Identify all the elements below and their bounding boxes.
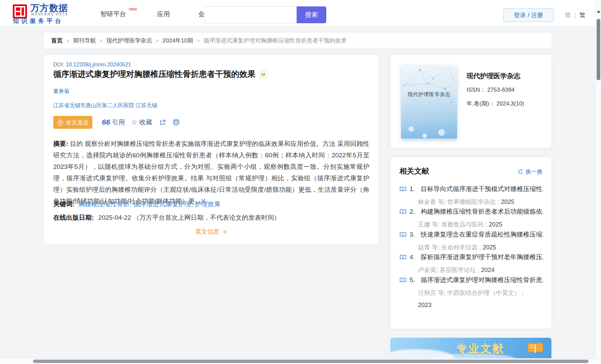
new-badge: new <box>129 6 137 11</box>
doi-row: DOI: 10.12208/j.jmnm.20240521 <box>53 62 131 68</box>
vertical-scrollbar <box>595 0 601 358</box>
related-item-title[interactable]: 循序渐进式康复护理对胸腰椎压缩性骨折患... <box>421 276 543 284</box>
abstract: 摘要: 目的 观察分析对胸腰椎压缩性骨折患者实施循序渐进式康复护理的临床效果和应… <box>53 138 369 207</box>
related-item-meta: 卢金英; 基层医学论坛 ; 2024 <box>399 266 543 274</box>
article-detail-card: DOI: 10.12208/j.jmnm.20240521 循序渐进式康复护理对… <box>44 55 379 244</box>
related-item: 2. 构建胸腰椎压缩性骨折患者术后功能锻炼依... 王娜 等; 首都食品与医药 … <box>399 207 543 229</box>
share-button[interactable] <box>159 119 166 126</box>
abstract-text: 目的 观察分析对胸腰椎压缩性骨折患者实施循序渐进式康复护理的临床效果和应用价值。… <box>53 140 369 205</box>
breadcrumb-journal[interactable]: 现代护理医学杂志 <box>107 37 152 44</box>
related-item-year: 2025 <box>483 244 496 251</box>
related-item-title[interactable]: 目标导向式循序渐进干预模式对腰椎压缩性... <box>421 185 543 193</box>
breadcrumb-separator: > <box>197 38 200 43</box>
journal-info-card: 现代护理医学杂志 现代护理医学杂志 ISSN： 2753-6394 年,卷(期)… <box>390 55 551 148</box>
keyword-link[interactable]: 循序渐进式康复护理 <box>133 201 191 208</box>
fulltext-button[interactable]: free 全文直达 <box>53 116 92 129</box>
breadcrumb-home[interactable]: 首页 <box>51 37 63 44</box>
related-item: 1. 目标导向式循序渐进干预模式对腰椎压缩性... 林金香 等; 世界睡眠医学杂… <box>399 185 543 206</box>
doi-label: DOI: <box>53 62 66 67</box>
journal-name[interactable]: 现代护理医学杂志 <box>467 71 520 81</box>
journal-issn: ISSN： 2753-6394 <box>467 86 515 94</box>
breadcrumb-separator: > <box>100 38 103 43</box>
cover-network-pattern <box>401 65 457 139</box>
top-header: 万方数据 WANFANG DATA 知识服务平台 智研平台 new 应用 会员 … <box>0 0 601 26</box>
cite-button[interactable]: 66 引用 <box>102 118 125 127</box>
related-item-title[interactable]: 构建胸腰椎压缩性骨折患者术后功能锻炼依... <box>421 207 543 216</box>
search-input[interactable] <box>205 6 297 23</box>
nav-item-apps[interactable]: 应用 <box>157 10 170 19</box>
breadcrumb-separator: > <box>66 38 69 43</box>
refresh-icon <box>518 169 523 175</box>
keywords-row: 关键词: 胸腰椎压缩性骨折;循序渐进式康复护理;护理效果 <box>53 200 220 209</box>
lang-traditional[interactable]: 繁 <box>579 12 585 19</box>
abstract-label: 摘要: <box>53 140 70 147</box>
book-icon <box>399 277 407 283</box>
nav-item-zhiyan[interactable]: 智研平台 new <box>100 10 126 19</box>
login-register-button[interactable]: 登录 / 注册 <box>503 8 554 22</box>
banner-title: 专业文献 <box>456 341 505 356</box>
share-icon <box>159 119 166 126</box>
english-info-toggle[interactable]: 英文信息 <box>44 228 379 236</box>
book-icon <box>399 186 407 192</box>
related-item-number: 1. <box>410 185 418 193</box>
related-item-meta: 王娜 等; 首都食品与医药 ; 2025 <box>399 220 543 229</box>
author-link[interactable]: 董善菊 <box>53 88 69 94</box>
keywords-label: 关键词: <box>53 201 77 208</box>
pubdate-row: 在线出版日期: 2025-04-22（万方平台首次上网日期，不代表论文的发表时间… <box>53 213 280 222</box>
lang-simplified[interactable]: 简 <box>565 12 571 19</box>
language-switch: 简|繁 <box>565 11 585 19</box>
scroll-up-arrow[interactable] <box>597 10 600 13</box>
article-actions: free 全文直达 66 引用 ☆ 收藏 <box>53 116 180 129</box>
wanfang-logo-icon[interactable] <box>13 4 27 19</box>
chevron-double-down-icon <box>222 230 227 234</box>
pubdate-value: 2025-04-22 <box>98 214 131 221</box>
article-title: 循序渐进式康复护理对胸腰椎压缩性骨折患者干预的效果M <box>53 69 267 80</box>
related-literature-card: 相关文献 换一换 1. 目标导向式循序渐进干预模式对腰椎压缩性... 林金香 等… <box>390 157 551 329</box>
keyword-link[interactable]: 护理效果 <box>195 201 220 208</box>
quote-icon: 66 <box>102 118 110 127</box>
book-icon <box>399 254 407 260</box>
book-icon <box>399 209 407 214</box>
related-item-meta: 汪秋芬 等; 中西医结合护理（中英文） ; 2023 <box>399 289 543 309</box>
medline-badge: M <box>260 71 267 78</box>
related-item-title[interactable]: 探析循序渐进康复护理干预对老年胸腰椎压... <box>421 253 543 262</box>
pubdate-note: （万方平台首次上网日期，不代表论文的发表时间） <box>133 214 280 221</box>
affiliation-row: 江苏省无锡市惠山区第二人民医院 江苏无锡 <box>53 102 157 109</box>
pubdate-label: 在线出版日期: <box>53 214 96 221</box>
star-icon: ☆ <box>131 118 137 126</box>
related-item: 5. 循序渐进式康复护理对胸腰椎压缩性骨折患... 汪秋芬 等; 中西医结合护理… <box>399 276 543 309</box>
related-title: 相关文献 <box>399 166 429 176</box>
vertical-scrollbar-thumb[interactable] <box>597 19 600 80</box>
horizontal-scrollbar <box>0 358 601 364</box>
breadcrumb-journal-nav[interactable]: 期刊导航 <box>73 37 96 44</box>
affiliation-link[interactable]: 江苏省无锡市惠山区第二人民医院 江苏无锡 <box>53 102 157 108</box>
open-book-icon <box>527 341 544 355</box>
lang-divider: | <box>574 12 576 19</box>
svg-text:free: free <box>58 124 62 126</box>
book-icon <box>399 232 407 237</box>
related-item-title[interactable]: 快速康复理念在重症骨质疏松性胸腰椎压缩... <box>421 230 543 239</box>
related-item: 4. 探析循序渐进康复护理干预对老年胸腰椎压... 卢金英; 基层医学论坛 ; … <box>399 253 543 274</box>
related-item-year: 2023 <box>418 301 543 309</box>
breadcrumb-separator: > <box>156 38 159 43</box>
journal-cover[interactable]: 现代护理医学杂志 <box>401 65 457 139</box>
related-item: 3. 快速康复理念在重症骨质疏松性胸腰椎压缩... 赵青 等; 生命科学仪器 ;… <box>399 230 543 251</box>
print-button[interactable] <box>173 119 180 126</box>
author-row: 董善菊 <box>53 88 69 95</box>
related-item-meta: 林金香 等; 世界睡眠医学杂志 ; 2025 <box>399 198 543 206</box>
related-item-year: 2024 <box>481 267 494 273</box>
breadcrumb-current: 循序渐进式康复护理对胸腰椎压缩性骨折患者干预的效果 <box>204 37 347 44</box>
favorite-button[interactable]: ☆ 收藏 <box>131 118 152 127</box>
doi-link[interactable]: 10.12208/j.jmnm.20240521 <box>66 62 131 67</box>
horizontal-scrollbar-thumb[interactable] <box>33 360 589 363</box>
related-item-number: 2. <box>410 208 418 215</box>
related-item-meta: 赵青 等; 生命科学仪器 ; 2025 <box>399 243 543 251</box>
refresh-related-button[interactable]: 换一换 <box>518 168 543 176</box>
related-item-number: 3. <box>410 231 418 238</box>
breadcrumb-issue[interactable]: 2024年10期 <box>162 37 193 44</box>
cover-journal-title: 现代护理医学杂志 <box>401 91 457 98</box>
keyword-link[interactable]: 胸腰椎压缩性骨折 <box>79 201 130 208</box>
promo-banner[interactable]: 专业文献 <box>390 338 551 358</box>
search-button[interactable]: 搜索 <box>297 6 326 23</box>
free-download-icon: free <box>57 119 64 126</box>
